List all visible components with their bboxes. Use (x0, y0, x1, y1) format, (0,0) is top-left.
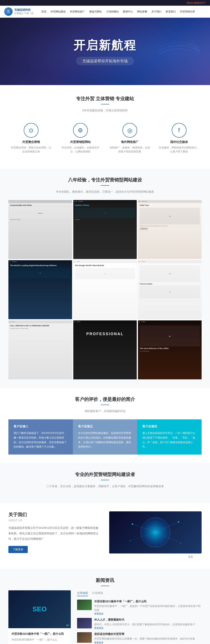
hero-decoration (158, 36, 200, 67)
svg-point-13 (130, 540, 131, 541)
builder-title: 专业的外贸营销型网站建设者 (8, 471, 202, 478)
nav-item[interactable]: 外贸营销分析 (178, 9, 197, 14)
testimonials-divider (101, 405, 109, 405)
news-title: 外入人才，需要重新时代 (94, 618, 195, 622)
nav-item[interactable]: 楼盘式网站 (88, 9, 104, 14)
about-en-title: ABOUT US (8, 519, 101, 522)
news-content: 外贸谷歌SEO服务中将「一探广」是什么吗 外贸谷歌SEO服务中，一探广，就是把一… (94, 600, 202, 615)
service-icon: ◎ (122, 123, 137, 138)
services-grid: ⊙ 外贸整合营销 外贸整合营销，帮您立化全营销，让企业营销更立体 ⚙ 外贸营销型… (8, 119, 202, 158)
news-text: 新时代，外贸人才的需求非常大，我们需要了解最新的外贸市场动向，以便更好的服务客户 (94, 622, 195, 626)
portfolio-section: 八年经验，专注外贸营销型网站建设 专业化团队，聚焦细分，规范化流程，万量选一，提… (0, 168, 210, 388)
logo-name: 无锡远诺科技 (14, 8, 33, 12)
portfolio-item-3[interactable]: Hotel Tour Hotel Tour 🏨 Follow our steps… (138, 200, 202, 259)
portfolio-item-4[interactable]: Teamvie The World's Leading Digital Manu… (8, 260, 72, 319)
testimonial-text: 我们了解到无锡远诺了，2014年10月3日定约，像一家第五技术机构，和他大量之后… (14, 431, 68, 449)
builder-divider (101, 480, 109, 480)
navbar: 无 无锡远诺科技 在重视台 千里一诺 首页外贸网站建设外贸网站推广楼盘式网站小语… (0, 6, 210, 18)
about-text: 无锡远诺技术有限公司于2014年10月3日正式运营，是一家集于网络科技服务机构，… (8, 525, 101, 542)
services-subtitle: 8年外贸建站经验，开展立体营销矩阵 (8, 109, 202, 112)
builder-subtitle: 三个价值，充分全面，提高建议方案服务，理解细节，让客户满意，外贸赢销型网站的金牌… (8, 484, 202, 488)
nav-item[interactable]: 外贸网站推广 (68, 9, 87, 14)
about-grid: 关于我们 ABOUT US 无锡远诺技术有限公司于2014年10月3日正式运营，… (8, 511, 202, 554)
logo-subtitle: 在重视台 千里一诺 (14, 12, 33, 15)
news-divider (101, 586, 109, 586)
globe-svg (126, 514, 185, 551)
portfolio-item-8[interactable]: MOLO PROFESSIONAL (73, 320, 137, 379)
testimonial-text: 全方位的外贸网站建设服务，也是我对外贸营销的全方面认识的很好，好的建站团队和高效… (78, 431, 132, 449)
testimonials-subtitle: 倾听服务客户，呈现最优越的作品 (8, 409, 202, 413)
services-divider (101, 104, 109, 104)
services-title: 专注外贸 立体营销 专业建站 (8, 96, 202, 102)
testimonials-grid: 客户反馈八 我们了解到无锡远诺了，2014年10月3日定约，像一家第五技术机构，… (8, 419, 202, 454)
news-tab[interactable]: 公司动态 (77, 590, 88, 596)
portfolio-item-6[interactable]: Interior 🛋 Featured Graphite 🏠 (138, 260, 202, 319)
hero-subtitle: 无锡远诺帮你开拓海外市场 (76, 57, 134, 65)
seo-big-text: SEO (33, 605, 47, 613)
news-section: 新闻资讯 SEO AK 外贸谷歌SEO服务中将「一探广」是什么吗 外贸谷歌SEO… (0, 569, 210, 644)
service-item: ⊙ 外贸整合营销 外贸整合营销，帮您立化全营销，让企业营销更立体 (8, 119, 54, 158)
news-left-panel: SEO AK 外贸谷歌SEO服务中将「一探广」是什么吗 外贸谷歌SEO服务中「一… (8, 590, 71, 644)
news-left-title: 外贸谷歌SEO服务中将「一探广」是什么吗 (11, 631, 68, 636)
news-thumbnail (77, 632, 92, 643)
news-title: 您应该怎样建好外贸官网 (94, 632, 195, 636)
news-title: 新闻资讯 (8, 577, 202, 584)
news-thumbnail (77, 600, 92, 610)
about-content: 关于我们 ABOUT US 无锡远诺技术有限公司于2014年10月3日正式运营，… (8, 512, 101, 553)
service-desc: 外贸整合营销，帮您立化全营销，让企业营销更立体 (10, 146, 51, 154)
portfolio-item-5[interactable]: Vapor The Design World's Best Brands 💡 (73, 260, 137, 319)
top-bar: 0510-86882577 (0, 0, 210, 6)
svg-point-12 (178, 521, 179, 522)
news-readmore[interactable]: 查看更多 (94, 641, 195, 644)
nav-item[interactable]: 小语种建站 (104, 9, 120, 14)
testimonials-section: 客户的评价，便是最好的简介 倾听服务客户，呈现最优越的作品 客户反馈八 我们了解… (0, 388, 210, 463)
news-text: 外贸官网的建设是外贸出口的重要一步，需要了解好的建站经验和市场需求，做好充分准备 (94, 637, 195, 641)
news-item: 外入人才，需要重新时代 新时代，外贸人才的需求非常大，我们需要了解最新的外贸市场… (77, 618, 202, 630)
about-more-btn[interactable]: 了解更多 (8, 546, 28, 553)
service-icon: ⊙ (24, 123, 38, 138)
service-desc: 谷歌推广，多媒体，精准投放，让您的客户找到您更容易 (109, 146, 150, 154)
news-grid: SEO AK 外贸谷歌SEO服务中将「一探广」是什么吗 外贸谷歌SEO服务中「一… (8, 590, 202, 644)
about-section: 关于我们 ABOUT US 无锡远诺技术有限公司于2014年10月3日正式运营，… (0, 503, 210, 569)
news-readmore[interactable]: 查看更多 (94, 626, 195, 630)
nav-item[interactable]: 联系我们 (164, 9, 177, 14)
nav-item[interactable]: 案例中心 (121, 9, 135, 14)
portfolio-item-2[interactable]: Daaltron Daaltron Theme 🛴 Products (73, 200, 137, 259)
nav-menu: 首页外贸网站建设外贸网站推广楼盘式网站小语种建站案例中心网站套餐关于我们联系我们… (40, 9, 197, 14)
news-title: 外贸谷歌SEO服务中将「一探广」是什么吗 (94, 600, 202, 603)
testimonial-item: 客户反馈八 我们了解到无锡远诺了，2014年10月3日定约，像一家第五技术机构，… (8, 419, 73, 454)
service-name: 海外网络推广 (109, 140, 150, 144)
nav-item[interactable]: 外贸网站建设 (49, 9, 67, 14)
testimonial-item: 客户反馈五 全方位的外贸网站建设服务，也是我对外贸营销的全方面认识的很好，好的建… (73, 419, 137, 454)
service-name: 外贸营销型网站 (60, 140, 101, 144)
news-left-text: 外贸谷歌SEO服务中「一探广」是什么么 (11, 638, 68, 642)
portfolio-item-9[interactable]: Coffee ☕ The most delicious of the coffe… (138, 320, 202, 379)
portfolio-item-1[interactable]: Theme Customizable and Clean ▬▬▬ Scott V… (8, 200, 72, 259)
news-tab[interactable]: 行业资讯 (92, 590, 103, 596)
nav-item[interactable]: 关于我们 (150, 9, 163, 14)
news-readmore[interactable]: 查看更多 (94, 612, 202, 615)
news-items-list: 外贸谷歌SEO服务中将「一探广」是什么吗 外贸谷歌SEO服务中，一探广，就是把一… (77, 600, 202, 644)
service-item: f 国外社交媒体 社交媒体，帮助您提升品牌影响力，让客户更了解您 (156, 119, 202, 158)
nav-item[interactable]: 首页 (40, 9, 48, 14)
svg-point-11 (132, 523, 133, 525)
testimonial-client: 客户反馈八 (14, 425, 68, 428)
service-name: 外贸整合营销 (10, 140, 51, 144)
phone-number: 0510-86882577 (187, 1, 206, 4)
more-link[interactable]: 更多 (8, 554, 202, 560)
testimonial-client: 客户反馈四 (142, 425, 196, 428)
portfolio-item-7[interactable]: Print FULL SERVICE COPY & PRINTING CENTE… (8, 320, 72, 379)
news-content: 外入人才，需要重新时代 新时代，外贸人才的需求非常大，我们需要了解最新的外贸市场… (94, 618, 195, 630)
news-left-description: 外贸谷歌SEO服务中将「一探广」是什么吗 外贸谷歌SEO服务中「一探广」是什么么… (8, 628, 71, 644)
service-icon: ⚙ (73, 123, 88, 138)
testimonials-title: 客户的评价，便是最好的简介 (8, 396, 202, 402)
news-right-panel: 公司动态行业资讯 外贸谷歌SEO服务中将「一探广」是什么吗 外贸谷歌SEO服务中… (77, 590, 202, 644)
portfolio-grid: Theme Customizable and Clean ▬▬▬ Scott V… (8, 200, 202, 379)
service-desc: 社交媒体，帮助您提升品牌影响力，让客户更了解您 (159, 146, 200, 154)
about-title: 关于我们 (8, 512, 101, 518)
news-text: 外贸谷歌SEO服务中，一探广，就是把一个外贸产品的谷歌SEO做到更好，让更多的潜… (94, 604, 202, 612)
nav-item[interactable]: 网站套餐 (135, 9, 149, 14)
services-section: 专注外贸 立体营销 专业建站 8年外贸建站经验，开展立体营销矩阵 ⊙ 外贸整合营… (0, 85, 210, 168)
logo-icon: 无 (4, 7, 13, 16)
news-tabs: 公司动态行业资讯 (77, 590, 202, 596)
